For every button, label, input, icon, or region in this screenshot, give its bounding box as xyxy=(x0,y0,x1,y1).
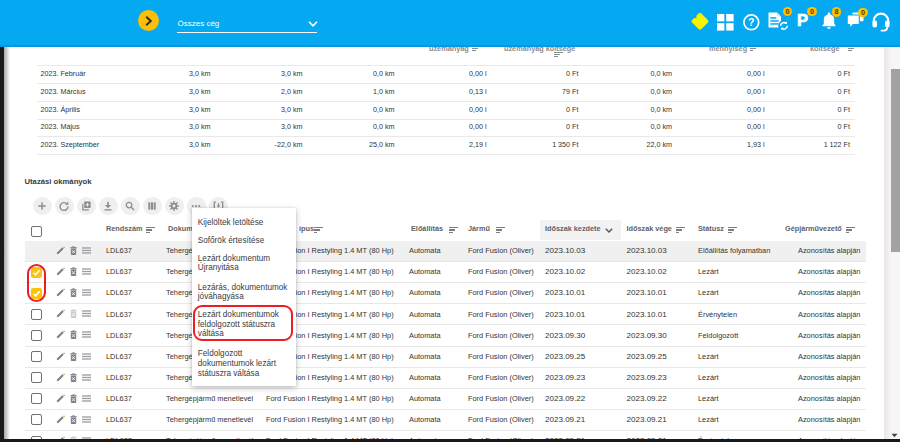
svg-text:?: ? xyxy=(748,16,754,28)
